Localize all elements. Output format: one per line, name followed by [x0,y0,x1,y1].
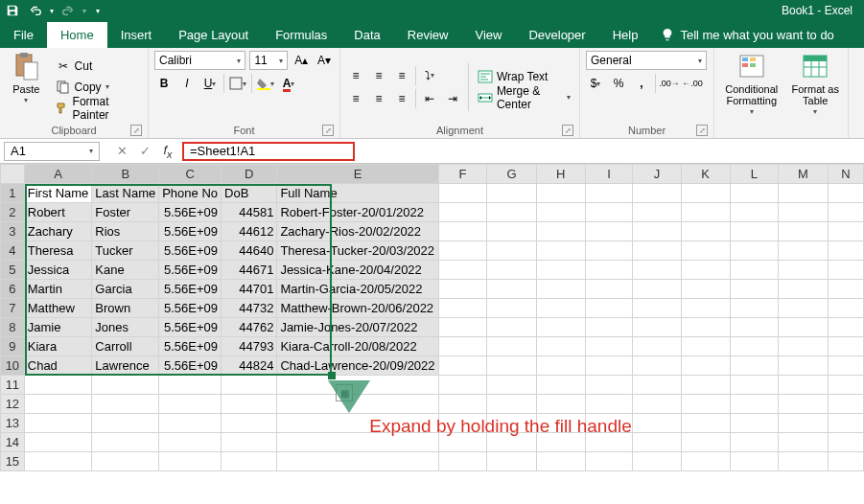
cell[interactable] [828,318,863,337]
cell[interactable] [828,203,863,222]
alignment-dialog-launcher[interactable]: ⤢ [562,125,573,136]
cell[interactable] [585,241,633,261]
cell[interactable]: Tucker [92,241,159,261]
bold-button[interactable]: B [154,74,174,93]
col-header[interactable]: M [779,165,829,184]
wrap-text-button[interactable]: Wrap Text [475,67,573,86]
cell[interactable] [779,356,829,376]
row-header[interactable]: 10 [1,356,25,376]
cell[interactable] [779,433,829,452]
cell[interactable] [438,241,487,261]
row-header[interactable]: 3 [1,222,25,241]
clipboard-dialog-launcher[interactable]: ⤢ [130,125,142,136]
cell[interactable] [779,452,829,471]
number-format-combo[interactable]: General▾ [586,51,707,70]
cell[interactable]: Last Name [92,184,159,203]
align-right-icon[interactable]: ≡ [392,89,411,108]
cell[interactable] [681,395,730,414]
cell[interactable] [585,376,633,395]
cell[interactable] [585,280,633,299]
cell[interactable] [585,337,633,356]
cell[interactable] [24,414,92,433]
tab-view[interactable]: View [461,21,515,48]
cell[interactable]: 44762 [222,318,277,337]
cell[interactable]: 5.56E+09 [159,356,222,376]
align-center-icon[interactable]: ≡ [369,89,388,108]
cell[interactable] [633,433,681,452]
undo-dropdown-icon[interactable]: ▾ [50,7,54,15]
cell[interactable] [222,395,277,414]
cell[interactable]: 44671 [222,261,277,280]
cell[interactable] [779,222,829,241]
font-dialog-launcher[interactable]: ⤢ [322,125,334,136]
cell[interactable] [536,280,585,299]
col-header[interactable]: I [585,165,633,184]
cell[interactable] [681,356,730,376]
cell[interactable] [159,414,222,433]
cell[interactable]: Jessica-Kane-20/04/2022 [277,261,438,280]
cell[interactable] [536,318,585,337]
cell[interactable] [730,356,779,376]
cell[interactable] [633,414,681,433]
cell[interactable] [681,184,730,203]
cell[interactable] [438,261,487,280]
cell[interactable] [92,433,159,452]
row-header[interactable]: 14 [1,433,25,452]
name-box[interactable]: A1▾ [4,142,100,161]
cell[interactable] [633,241,681,261]
cell[interactable] [681,452,730,471]
cell[interactable] [681,299,730,318]
cell[interactable]: Zachary [24,222,92,241]
cell[interactable] [438,222,487,241]
cell[interactable] [633,222,681,241]
col-header[interactable]: E [277,165,438,184]
cell[interactable]: Zachary-Rios-20/02/2022 [277,222,438,241]
underline-button[interactable]: U▾ [200,74,220,93]
tab-file[interactable]: File [0,21,47,48]
cell[interactable] [828,452,863,471]
tab-home[interactable]: Home [47,21,107,48]
row-header[interactable]: 12 [1,395,25,414]
cell[interactable]: Kiara-Carroll-20/08/2022 [277,337,438,356]
cell[interactable] [536,203,585,222]
cell[interactable]: 5.56E+09 [159,337,222,356]
cell[interactable]: Full Name [277,184,438,203]
cell[interactable] [828,241,863,261]
tab-formulas[interactable]: Formulas [262,21,340,48]
cell[interactable]: Matthew [24,299,92,318]
save-icon[interactable] [4,2,21,19]
cell[interactable]: 5.56E+09 [159,261,222,280]
row-header[interactable]: 8 [1,318,25,337]
cell[interactable] [779,261,829,280]
col-header[interactable]: C [159,165,222,184]
cell[interactable] [487,261,536,280]
cell[interactable] [536,452,585,471]
cell[interactable] [438,184,487,203]
cell[interactable] [536,356,585,376]
cell[interactable] [681,376,730,395]
fill-color-button[interactable]: ▾ [256,74,275,93]
cell[interactable] [779,241,829,261]
cell[interactable] [828,222,863,241]
cell[interactable] [438,337,487,356]
cell[interactable] [585,395,633,414]
cell[interactable]: 44581 [222,203,277,222]
cell[interactable] [159,395,222,414]
number-dialog-launcher[interactable]: ⤢ [696,125,708,136]
row-header[interactable]: 9 [1,337,25,356]
cell[interactable] [730,222,779,241]
cell[interactable] [536,184,585,203]
cell[interactable]: 5.56E+09 [159,299,222,318]
cell[interactable] [222,452,277,471]
cell[interactable]: Matthew-Brown-20/06/2022 [277,299,438,318]
format-painter-button[interactable]: Format Painter [53,99,142,118]
cell[interactable] [487,299,536,318]
align-top-icon[interactable]: ≡ [346,66,365,85]
increase-decimal-icon[interactable]: .00→ [660,74,679,93]
cell[interactable] [730,433,779,452]
cell[interactable] [159,433,222,452]
cell[interactable] [536,395,585,414]
col-header[interactable]: D [222,165,277,184]
cell[interactable] [438,280,487,299]
cell[interactable] [779,280,829,299]
